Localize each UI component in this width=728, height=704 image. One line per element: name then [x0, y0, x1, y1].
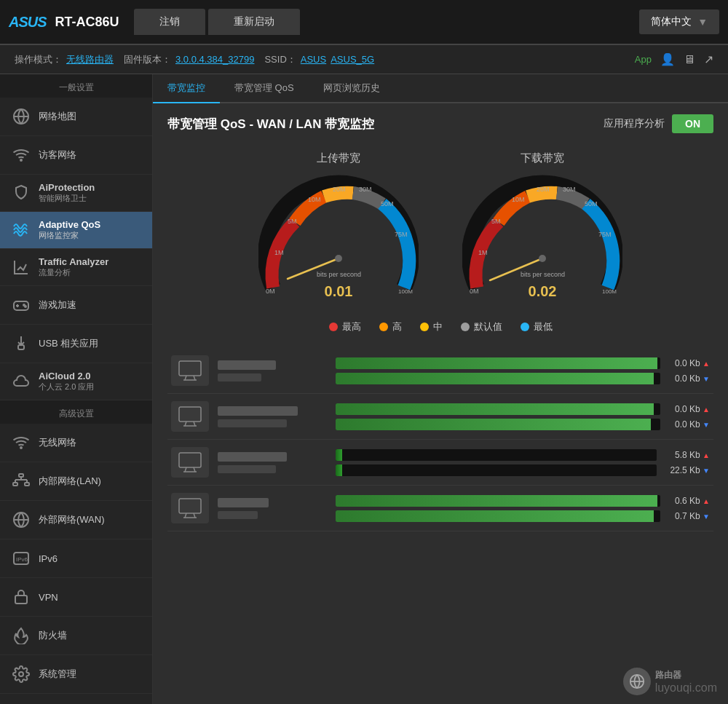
sidebar-label-wireless: 无线网络 [39, 436, 76, 449]
svg-text:100M: 100M [398, 288, 413, 295]
reboot-tab[interactable]: 重新启动 [208, 9, 300, 35]
lang-button[interactable]: 简体中文 ▼ [639, 9, 719, 34]
share-icon[interactable]: ↗ [704, 52, 713, 66]
svg-text:100M: 100M [602, 288, 617, 295]
device-icon [171, 493, 209, 523]
sidebar-label-admin: 系统管理 [39, 668, 76, 681]
sidebar-item-aicloud[interactable]: AiCloud 2.0 个人云 2.0 应用 [0, 363, 152, 400]
op-mode-value[interactable]: 无线路由器 [66, 53, 114, 66]
device-icon [171, 355, 209, 386]
toggle-on-button[interactable]: ON [672, 114, 713, 133]
device-icon [171, 401, 209, 432]
svg-rect-51 [179, 361, 201, 376]
table-row: 0.6 Kb ▲ 0.7 Kb ▼ [167, 486, 713, 531]
content-tabs: 带宽监控 带宽管理 QoS 网页浏览历史 [153, 74, 728, 103]
legend-item-mid: 中 [420, 320, 443, 333]
watermark-icon [623, 668, 651, 695]
sidebar-item-usb-apps[interactable]: USB 相关应用 [0, 325, 152, 363]
tab-bandwidth-qos[interactable]: 带宽管理 QoS [220, 74, 309, 103]
shield-icon [11, 183, 31, 203]
svg-line-56 [185, 422, 186, 426]
sidebar-item-network-map[interactable]: 网络地图 [0, 98, 152, 136]
sidebar-label-traffic-analyzer: Traffic Analyzer 流量分析 [39, 256, 108, 278]
sidebar-item-lan[interactable]: 内部网络(LAN) [0, 462, 152, 501]
download-gauge: 下载带宽 0M 1M 5M 10M 20M 30M [462, 151, 622, 306]
asus-brand: ASUS [9, 14, 47, 31]
content-header: 带宽管理 QoS - WAN / LAN 带宽监控 应用程序分析 ON [153, 103, 728, 144]
sidebar-item-firewall[interactable]: 防火墙 [0, 617, 152, 655]
device-icon [171, 447, 209, 478]
user-icon[interactable]: 👤 [660, 52, 675, 66]
sidebar: 一般设置 网络地图 访客网络 AiProtection 智能网络卫士 [0, 74, 153, 704]
upload-label: 上传带宽 [317, 151, 360, 165]
main-content: 带宽监控 带宽管理 QoS 网页浏览历史 带宽管理 QoS - WAN / LA… [153, 74, 728, 704]
header-tabs: 注销 重新启动 [134, 9, 300, 35]
sidebar-label-game-boost: 游戏加速 [39, 298, 76, 312]
watermark: 路由器 luyouqi.com [623, 668, 717, 695]
sidebar-item-game-boost[interactable]: 游戏加速 [0, 286, 152, 325]
svg-text:1M: 1M [274, 249, 284, 256]
sidebar-label-vpn: VPN [39, 592, 58, 603]
svg-line-60 [185, 467, 186, 472]
svg-text:20M: 20M [333, 186, 346, 193]
svg-line-64 [185, 513, 186, 518]
svg-line-65 [194, 513, 195, 518]
upload-value: 0.01 [325, 283, 353, 300]
svg-text:30M: 30M [563, 186, 576, 193]
upload-val-3: 5.8 Kb ▲ [662, 450, 710, 460]
screen-icon[interactable]: 🖥 [684, 53, 695, 66]
legend-item-default: 默认值 [461, 320, 502, 333]
ipv6-icon: IPv6 [11, 548, 31, 569]
svg-text:5M: 5M [288, 218, 297, 225]
svg-line-53 [194, 376, 195, 380]
tab-bandwidth-monitor[interactable]: 带宽监控 [153, 74, 220, 103]
table-row: 0.0 Kb ▲ 0.0 Kb ▼ [167, 394, 713, 440]
chart-icon [11, 257, 31, 277]
page-title: 带宽管理 QoS - WAN / LAN 带宽监控 [167, 116, 374, 133]
svg-rect-6 [18, 345, 24, 349]
sidebar-item-guest-network[interactable]: 访客网络 [0, 136, 152, 175]
svg-text:bits per second: bits per second [521, 271, 565, 278]
wifi2-icon [11, 432, 31, 453]
ssid2[interactable]: ASUS_5G [331, 54, 374, 65]
svg-line-52 [185, 376, 186, 380]
watermark-text-block: 路由器 luyouqi.com [655, 669, 717, 695]
sidebar-item-aiprotection[interactable]: AiProtection 智能网络卫士 [0, 175, 152, 212]
firmware-version[interactable]: 3.0.0.4.384_32799 [175, 54, 254, 65]
gamepad-icon [11, 295, 31, 315]
legend: 最高 高 中 默认值 最低 [153, 317, 728, 344]
upload-val-1: 0.0 Kb ▲ [666, 358, 710, 368]
usb-icon [11, 333, 31, 354]
cloud-icon [11, 371, 31, 392]
table-row: 5.8 Kb ▲ 22.5 Kb ▼ [167, 440, 713, 486]
sidebar-item-traffic-analyzer[interactable]: Traffic Analyzer 流量分析 [0, 249, 152, 286]
ssid1[interactable]: ASUS [301, 54, 326, 65]
sidebar-item-syslog[interactable]: 系统记录 [0, 694, 152, 704]
upload-val-2: 0.0 Kb ▲ [666, 404, 710, 414]
waves-icon [11, 220, 31, 240]
app-analysis-label: 应用程序分析 [604, 117, 665, 130]
upload-gauge: 上传带宽 0M 1M 5M 1 [258, 151, 419, 306]
svg-text:0M: 0M [266, 288, 275, 295]
legend-default-label: 默认值 [474, 320, 502, 333]
download-val-1: 0.0 Kb ▼ [666, 373, 710, 384]
svg-rect-59 [179, 453, 201, 467]
sidebar-item-ipv6[interactable]: IPv6 IPv6 [0, 539, 152, 578]
sidebar-item-vpn[interactable]: VPN [0, 578, 152, 617]
legend-high-label: 高 [392, 320, 402, 333]
sidebar-item-admin[interactable]: 系统管理 [0, 655, 152, 694]
sidebar-label-lan: 内部网络(LAN) [39, 475, 101, 488]
svg-text:10M: 10M [308, 196, 321, 203]
sidebar-item-adaptive-qos[interactable]: Adaptive QoS 网络监控家 [0, 212, 152, 249]
legend-item-high: 高 [379, 320, 402, 333]
svg-text:50M: 50M [585, 200, 598, 207]
sidebar-label-adaptive-qos: Adaptive QoS 网络监控家 [39, 219, 100, 241]
logout-tab[interactable]: 注销 [134, 9, 205, 35]
sidebar-item-wan[interactable]: 外部网络(WAN) [0, 501, 152, 539]
watermark-sub: luyouqi.com [655, 681, 717, 695]
svg-text:75M: 75M [598, 231, 612, 238]
sidebar-item-wireless[interactable]: 无线网络 [0, 424, 152, 462]
download-val-2: 0.0 Kb ▼ [666, 419, 710, 430]
tab-web-history[interactable]: 网页浏览历史 [309, 74, 395, 103]
svg-rect-8 [19, 474, 23, 477]
